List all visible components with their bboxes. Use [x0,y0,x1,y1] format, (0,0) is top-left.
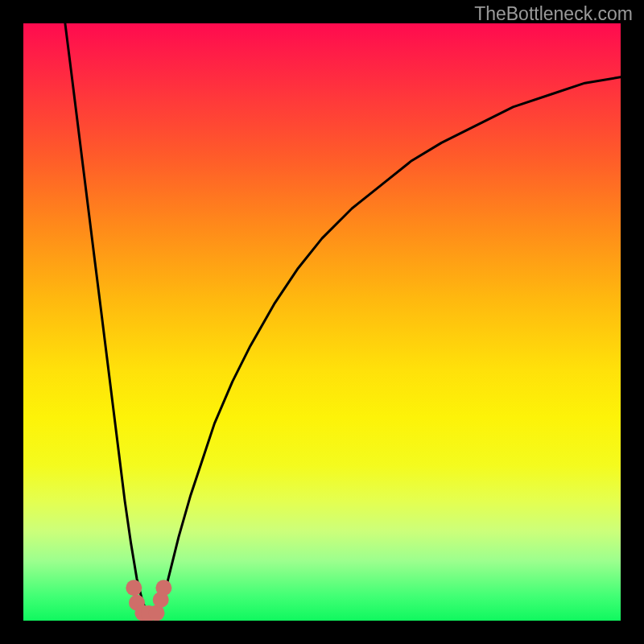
data-marker [126,580,142,596]
chart-frame: TheBottleneck.com [0,0,644,644]
watermark-text: TheBottleneck.com [474,3,633,25]
data-marker [155,580,171,596]
bottleneck-curve-svg [23,23,621,621]
chart-plot-area [23,23,621,621]
curve-path [65,23,621,615]
